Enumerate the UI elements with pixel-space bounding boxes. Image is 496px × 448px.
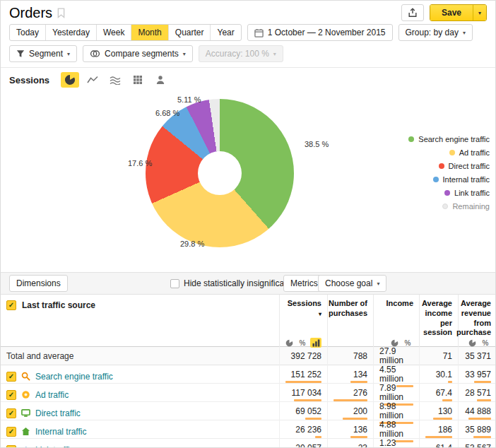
metric-value: 20 057 [295, 444, 321, 448]
dimension-link[interactable]: Ad traffic [35, 390, 69, 400]
choose-goal-dropdown[interactable]: Choose goal ▾ [318, 275, 386, 292]
row-checkbox[interactable]: ✓ [6, 390, 16, 400]
row-checkbox[interactable]: ✓ [6, 427, 16, 437]
metric-value: 30.1 [436, 370, 452, 379]
value-bar [294, 399, 321, 401]
metric-value: 151 252 [291, 370, 321, 379]
legend-label: Ad traffic [459, 148, 490, 157]
save-dropdown-button[interactable]: ▾ [473, 5, 486, 20]
value-bar [285, 381, 321, 383]
select-all-checkbox[interactable]: ✓ [6, 300, 16, 310]
column-header[interactable]: Average revenue from purchase% [458, 295, 496, 351]
row-checkbox[interactable]: ✓ [6, 408, 16, 418]
legend-item[interactable]: Link traffic [444, 189, 490, 197]
metric-value: 28 571 [465, 389, 491, 398]
total-value: 392 728 [279, 347, 327, 365]
export-button[interactable] [401, 4, 424, 21]
tab-month[interactable]: Month [131, 25, 167, 40]
legend-dot [433, 177, 439, 182]
percent-view-icon[interactable]: % [480, 338, 491, 348]
column-header[interactable]: Sessions ▾% [279, 295, 327, 351]
value-bar [425, 436, 452, 438]
chart-area: Search engine trafficAd trafficDirect tr… [1, 90, 495, 272]
column-header[interactable]: Average income per session [419, 295, 458, 351]
bookmark-icon[interactable] [57, 8, 65, 18]
table-header-row: ✓ Last traffic source Sessions ▾%Number … [1, 295, 495, 347]
date-range-button[interactable]: 1 October — 2 November 2015 [247, 24, 393, 41]
line-chart-icon[interactable] [83, 72, 102, 88]
column-header[interactable]: Income% [373, 295, 419, 351]
ad-icon [21, 390, 30, 399]
save-button[interactable]: Save [430, 5, 473, 20]
total-value: 35 371 [458, 347, 496, 365]
group-by-label: Group: by day [406, 28, 459, 37]
percent-view-icon[interactable]: % [297, 338, 308, 348]
tab-quarter[interactable]: Quarter [168, 25, 211, 40]
value-bar [315, 436, 321, 438]
pie-slice-label: 17.6 % [128, 159, 152, 167]
pie-chart-icon[interactable] [61, 72, 79, 88]
legend-item[interactable]: Direct traffic [439, 162, 490, 170]
segment-button[interactable]: Segment ▾ [9, 45, 77, 62]
save-split-button: Save ▾ [430, 4, 487, 21]
calendar-icon [254, 28, 264, 37]
group-by-dropdown[interactable]: Group: by day ▾ [398, 24, 473, 41]
chevron-down-icon: ▾ [377, 281, 379, 287]
tab-today[interactable]: Today [10, 25, 45, 40]
dimension-cell: ✓Link traffic [1, 439, 279, 448]
internal-icon [21, 427, 30, 436]
table-controls-bar: Dimensions Hide statistically insignific… [1, 272, 495, 295]
pie-view-icon[interactable] [466, 338, 478, 348]
chevron-down-icon: ▾ [183, 51, 186, 57]
metric-value: 33 957 [465, 370, 491, 379]
dimension-link[interactable]: Direct traffic [35, 408, 81, 418]
legend-dot [449, 150, 455, 155]
value-bar [350, 436, 367, 438]
legend-item[interactable]: Internal traffic [433, 175, 490, 184]
chevron-down-icon: ▾ [463, 30, 466, 36]
dimension-link[interactable]: Search engine traffic [35, 372, 113, 382]
dimension-link[interactable]: Link traffic [35, 445, 73, 448]
data-grid-icon[interactable] [129, 72, 147, 88]
value-bar [433, 418, 452, 420]
legend-dot [408, 136, 414, 142]
column-header-label: Income [386, 299, 413, 309]
tab-week[interactable]: Week [96, 25, 131, 40]
funnel-icon [16, 49, 25, 58]
metric-value: 53 567 [465, 444, 491, 448]
metric-value-cell: 61.4 [419, 439, 458, 448]
tab-year[interactable]: Year [210, 25, 240, 40]
metric-value-cell: 23 [327, 439, 373, 448]
metric-value: 276 [353, 389, 367, 398]
sort-arrow-icon: ▾ [319, 311, 321, 317]
metric-value: 7.89 million [379, 384, 413, 402]
bars-view-icon[interactable] [310, 338, 321, 348]
percent-view-icon[interactable]: % [402, 338, 413, 348]
tab-yesterday[interactable]: Yesterday [45, 25, 96, 40]
compare-segments-button[interactable]: Compare segments ▾ [83, 45, 193, 62]
row-checkbox[interactable]: ✓ [6, 372, 16, 382]
dimensions-button[interactable]: Dimensions [9, 275, 68, 292]
period-toolbar: TodayYesterdayWeekMonthQuarterYear 1 Oct… [1, 23, 495, 45]
legend-item[interactable]: Remaining [442, 202, 490, 211]
pie-view-icon[interactable] [283, 338, 295, 348]
dimension-link[interactable]: Internal traffic [35, 427, 86, 437]
metric-value: 26 236 [295, 425, 321, 435]
user-source-icon[interactable] [151, 72, 170, 88]
value-bar [468, 418, 491, 420]
pie-chart[interactable] [146, 99, 294, 247]
legend-item[interactable]: Ad traffic [449, 148, 490, 157]
stacked-area-icon[interactable] [106, 72, 124, 88]
hide-insignificant-checkbox[interactable] [170, 279, 179, 288]
metric-value: 8.98 million [379, 402, 413, 420]
pie-slice-label: 5.11 % [177, 95, 201, 104]
pie-slice-label: 38.5 % [305, 140, 329, 148]
chart-metric-title: Sessions [9, 75, 49, 86]
column-header[interactable]: Number of purchases [327, 295, 373, 351]
legend-item[interactable]: Search engine traffic [408, 135, 490, 143]
metric-value-cell: 53 567 [458, 439, 496, 448]
value-bar [305, 418, 321, 420]
metric-value: 4.88 million [379, 420, 413, 439]
date-range-label: 1 October — 2 November 2015 [268, 28, 386, 37]
row-checkbox[interactable]: ✓ [6, 445, 16, 448]
